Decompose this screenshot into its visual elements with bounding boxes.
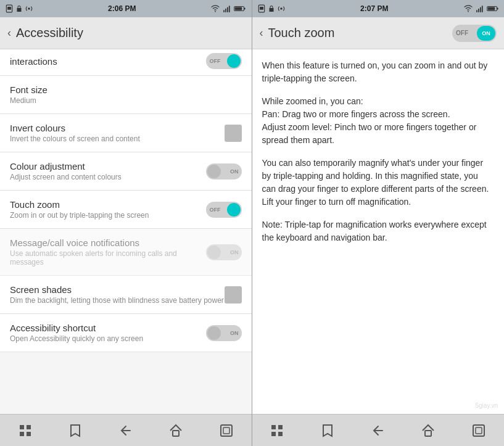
svg-rect-34: [473, 425, 484, 436]
accessibility-shortcut-knob: [207, 326, 221, 340]
svg-rect-7: [229, 6, 230, 12]
left-status-right-icons: [210, 4, 246, 13]
svg-rect-1: [7, 7, 11, 10]
colour-adjustment-subtitle: Adjust screen and content colours: [10, 173, 206, 181]
svg-rect-28: [488, 7, 495, 10]
invert-colours-square[interactable]: [225, 125, 242, 142]
right-nav-back[interactable]: [367, 419, 389, 442]
svg-rect-11: [20, 425, 24, 429]
header-toggle-knob-label: ON: [482, 30, 490, 36]
partial-item-label: interactions: [10, 56, 57, 67]
svg-rect-22: [476, 10, 477, 12]
left-nav-recents[interactable]: [215, 419, 238, 442]
right-nav-home[interactable]: [417, 419, 439, 442]
right-page-title: Touch zoom: [268, 26, 453, 40]
right-nav-bookmark[interactable]: [316, 419, 339, 442]
right-status-right-icons: [463, 4, 499, 13]
touch-zoom-para-3: You can also temporarily magnify what's …: [262, 157, 495, 209]
font-size-title: Font size: [10, 85, 242, 95]
touch-zoom-header-toggle[interactable]: OFF ON ON: [452, 25, 497, 42]
svg-rect-16: [221, 425, 232, 436]
left-nav-bar: [0, 414, 252, 446]
accessibility-shortcut-item[interactable]: Accessibility shortcut Open Accessibilit…: [0, 314, 252, 352]
screen-shades-subtitle: Dim the backlight, letting those with bl…: [10, 296, 225, 305]
partial-interactions-item[interactable]: interactions OFF ON: [0, 49, 252, 76]
message-call-voice-subtitle: Use automatic spoken alerts for incoming…: [10, 249, 206, 266]
invert-colours-item[interactable]: Invert colours Invert the colours of scr…: [0, 114, 252, 152]
right-nav-recents[interactable]: [468, 419, 490, 442]
svg-rect-19: [260, 7, 263, 10]
svg-rect-32: [278, 432, 283, 436]
left-page-title: Accessibility: [16, 26, 244, 40]
touch-zoom-description: When this feature is turned on, you can …: [252, 49, 505, 414]
svg-rect-4: [224, 10, 225, 12]
left-content: interactions OFF ON Font size Medium Inv…: [0, 49, 252, 414]
touch-zoom-title: Touch zoom: [10, 199, 206, 210]
partial-item-toggle[interactable]: OFF ON: [206, 53, 242, 69]
touch-zoom-toggle[interactable]: OFF ON: [206, 202, 242, 218]
font-size-subtitle: Medium: [10, 96, 242, 105]
message-call-toggle: OFF ON: [206, 244, 242, 260]
right-time: 2:07 PM: [360, 4, 388, 13]
left-nav-home[interactable]: [165, 419, 187, 442]
svg-rect-33: [425, 431, 431, 436]
touch-zoom-para-2: While zoomed in, you can:Pan: Drag two o…: [262, 95, 495, 147]
message-call-knob: [207, 246, 221, 259]
svg-rect-17: [223, 427, 229, 434]
partial-toggle-knob: [227, 54, 241, 68]
screen-shades-square[interactable]: [225, 286, 242, 304]
accessibility-shortcut-subtitle: Open Accessibility quickly on any screen: [10, 334, 206, 343]
left-time: 2:06 PM: [108, 4, 136, 13]
left-nav-grid[interactable]: [14, 419, 36, 442]
left-back-button[interactable]: ‹: [7, 27, 11, 39]
right-status-bar: 2:07 PM: [252, 0, 505, 17]
accessibility-shortcut-toggle[interactable]: OFF ON: [206, 325, 242, 341]
right-nav-grid[interactable]: [266, 419, 288, 442]
svg-rect-30: [278, 425, 283, 429]
header-toggle-knob: ON: [477, 26, 495, 41]
accessibility-shortcut-title: Accessibility shortcut: [10, 323, 206, 333]
left-status-left-icons: [5, 4, 33, 13]
right-panel: 2:07 PM ‹ Touch zoom OFF ON ON When this…: [252, 0, 505, 446]
message-call-voice-item: Message/call voice notifications Use aut…: [0, 229, 252, 276]
svg-rect-14: [27, 432, 31, 436]
screen-shades-title: Screen shades: [10, 284, 225, 295]
invert-colours-subtitle: Invert the colours of screen and content: [10, 134, 225, 143]
svg-rect-12: [27, 425, 31, 429]
svg-rect-10: [235, 7, 242, 10]
touch-zoom-subtitle: Zoom in or out by triple-tapping the scr…: [10, 211, 206, 220]
colour-adjustment-knob: [207, 165, 221, 178]
svg-rect-31: [271, 432, 276, 436]
svg-rect-13: [20, 432, 24, 436]
touch-zoom-para-1: When this feature is turned on, you can …: [262, 59, 495, 85]
svg-rect-24: [480, 7, 481, 12]
left-nav-back[interactable]: [115, 419, 137, 442]
colour-adjustment-toggle[interactable]: OFF ON: [206, 163, 242, 180]
svg-rect-6: [227, 7, 228, 12]
left-panel: 2:06 PM ‹ Accessibility interactions OFF…: [0, 0, 252, 446]
svg-rect-27: [497, 8, 498, 10]
svg-point-21: [468, 11, 469, 12]
touch-zoom-item[interactable]: Touch zoom Zoom in or out by triple-tapp…: [0, 191, 252, 229]
svg-rect-29: [271, 425, 276, 429]
invert-colours-title: Invert colours: [10, 123, 225, 133]
svg-rect-35: [476, 427, 482, 434]
svg-rect-25: [482, 6, 483, 12]
left-nav-bookmark[interactable]: [64, 419, 86, 442]
right-nav-bar: [252, 414, 505, 446]
left-status-bar: 2:06 PM: [0, 0, 252, 17]
svg-rect-23: [478, 9, 479, 12]
right-header: ‹ Touch zoom OFF ON ON: [252, 17, 505, 49]
svg-rect-15: [173, 431, 179, 436]
header-toggle-off-label: OFF: [456, 30, 468, 36]
colour-adjustment-item[interactable]: Colour adjustment Adjust screen and cont…: [0, 152, 252, 191]
svg-point-3: [215, 11, 217, 12]
svg-point-20: [280, 7, 283, 10]
right-back-button[interactable]: ‹: [260, 27, 263, 39]
screen-shades-item[interactable]: Screen shades Dim the backlight, letting…: [0, 276, 252, 314]
svg-rect-5: [226, 9, 227, 12]
font-size-item[interactable]: Font size Medium: [0, 76, 252, 114]
touch-zoom-para-4: Note: Triple-tap for magnification works…: [262, 218, 495, 244]
colour-adjustment-title: Colour adjustment: [10, 161, 206, 171]
svg-point-2: [28, 7, 30, 10]
